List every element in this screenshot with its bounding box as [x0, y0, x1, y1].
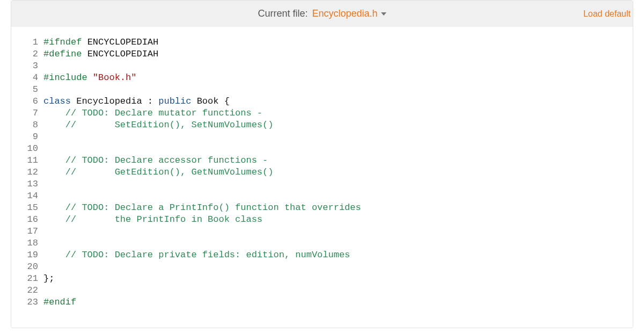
code-area[interactable]: #ifndef ENCYCLOPEDIAH#define ENCYCLOPEDI… — [43, 37, 633, 325]
line-number: 7 — [21, 107, 38, 119]
code-line[interactable] — [43, 285, 633, 296]
code-line[interactable] — [43, 84, 633, 96]
line-number: 3 — [21, 60, 38, 72]
code-line[interactable] — [43, 143, 633, 155]
line-number: 2 — [21, 48, 38, 60]
code-line[interactable] — [43, 131, 633, 143]
code-line[interactable] — [43, 237, 633, 249]
line-number: 17 — [21, 226, 38, 237]
line-number: 8 — [21, 119, 38, 131]
code-line[interactable] — [43, 226, 633, 237]
code-line[interactable]: // SetEdition(), SetNumVolumes() — [43, 119, 633, 131]
code-line[interactable]: // TODO: Declare a PrintInfo() function … — [43, 202, 633, 214]
line-number: 16 — [21, 214, 38, 226]
line-number: 15 — [21, 202, 38, 214]
editor-header: Current file: Encyclopedia.h Load defaul… — [11, 1, 633, 27]
code-line[interactable]: // TODO: Declare accessor functions - — [43, 155, 633, 166]
line-number: 11 — [21, 155, 38, 166]
code-line[interactable]: // the PrintInfo in Book class — [43, 214, 633, 226]
code-editor[interactable]: 1234567891011121314151617181920212223 #i… — [11, 27, 633, 328]
code-line[interactable] — [43, 178, 633, 190]
line-number: 21 — [21, 273, 38, 285]
line-number: 18 — [21, 237, 38, 249]
line-number: 12 — [21, 166, 38, 178]
line-number: 23 — [21, 296, 38, 308]
code-line[interactable]: #endif — [43, 296, 633, 308]
line-number: 4 — [21, 72, 38, 84]
current-file-label: Current file: — [258, 8, 308, 19]
code-line[interactable]: // TODO: Declare mutator functions - — [43, 107, 633, 119]
line-number: 9 — [21, 131, 38, 143]
code-line[interactable]: // TODO: Declare private fields: edition… — [43, 249, 633, 261]
load-default-button[interactable]: Load default — [583, 9, 633, 19]
file-dropdown[interactable]: Encyclopedia.h — [312, 8, 386, 19]
line-number: 22 — [21, 285, 38, 296]
chevron-down-icon — [381, 12, 386, 16]
line-number: 6 — [21, 96, 38, 107]
line-number: 20 — [21, 261, 38, 273]
code-line[interactable]: class Encyclopedia : public Book { — [43, 96, 633, 107]
code-line[interactable]: #ifndef ENCYCLOPEDIAH — [43, 37, 633, 48]
line-number: 10 — [21, 143, 38, 155]
code-line[interactable]: #include "Book.h" — [43, 72, 633, 84]
code-line[interactable]: }; — [43, 273, 633, 285]
file-name: Encyclopedia.h — [312, 8, 377, 19]
line-number: 14 — [21, 190, 38, 202]
code-line[interactable]: #define ENCYCLOPEDIAH — [43, 48, 633, 60]
code-line[interactable]: // GetEdition(), GetNumVolumes() — [43, 166, 633, 178]
line-number: 19 — [21, 249, 38, 261]
code-line[interactable] — [43, 60, 633, 72]
code-line[interactable] — [43, 261, 633, 273]
editor-container: Current file: Encyclopedia.h Load defaul… — [11, 0, 633, 328]
code-line[interactable] — [43, 190, 633, 202]
line-number: 5 — [21, 84, 38, 96]
line-number: 13 — [21, 178, 38, 190]
line-number: 1 — [21, 37, 38, 48]
line-number-gutter: 1234567891011121314151617181920212223 — [11, 37, 43, 325]
